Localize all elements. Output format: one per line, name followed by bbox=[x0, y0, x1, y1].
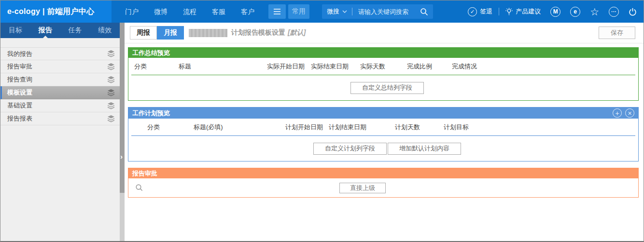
app-logo: e-cology | 前端用户中心 bbox=[0, 0, 112, 23]
work-summary-panel: 工作总结预览 分类 标题 实际开始日期 实际结束日期 实际天数 完成比例 完成情… bbox=[128, 47, 639, 101]
report-approval-body: 直接上级 bbox=[128, 178, 638, 197]
lightbulb-icon bbox=[505, 8, 513, 15]
content-body: 工作总结预览 分类 标题 实际开始日期 实际结束日期 实际天数 完成比例 完成情… bbox=[125, 43, 644, 204]
sidebar-item-template-settings[interactable]: 模板设置 bbox=[0, 86, 120, 99]
layers-icon bbox=[107, 50, 115, 57]
top-nav: 门户 微博 流程 客服 客户 bbox=[117, 0, 262, 23]
work-plan-actions: 自定义计划列字段 增加默认计划内容 bbox=[128, 136, 638, 161]
close-circle-icon[interactable]: × bbox=[625, 108, 634, 118]
e-message-icon[interactable]: e bbox=[570, 7, 580, 17]
top-bar: e-cology | 前端用户中心 门户 微博 流程 客服 客户 常用 微搜 bbox=[0, 0, 644, 23]
sidebar-tabs: 目标 报告 任务 绩效 bbox=[0, 23, 120, 38]
sidebar-item-my-reports[interactable]: 我的报告 bbox=[0, 47, 120, 60]
layers-icon bbox=[107, 102, 115, 109]
approver-search-icon[interactable] bbox=[135, 184, 143, 192]
sidebar-item-label: 报告报表 bbox=[7, 114, 32, 123]
layers-icon bbox=[107, 76, 115, 83]
report-approval-panel: 报告审批 直接上级 bbox=[128, 168, 639, 198]
layers-icon bbox=[107, 89, 115, 96]
signout-label: 签退 bbox=[480, 7, 492, 16]
customize-summary-columns-button[interactable]: 自定义总结列字段 bbox=[350, 82, 424, 94]
work-plan-columns: 分类 标题(必填) 计划开始日期 计划结束日期 计划天数 计划目标 bbox=[128, 119, 638, 136]
layers-icon bbox=[107, 115, 115, 122]
favorites-star-icon[interactable]: ☆ bbox=[590, 7, 599, 17]
sidebar-tab-performance[interactable]: 绩效 bbox=[97, 23, 112, 38]
work-plan-panel: 工作计划预览 + × 分类 标题(必填) 计划开始日期 计划结束日期 计划天数 … bbox=[128, 107, 639, 161]
hamburger-icon bbox=[273, 9, 281, 14]
main-content: 周报 月报 计划报告模板设置 [默认] 保存 工作总结预览 分类 标 bbox=[125, 23, 644, 241]
product-suggest-button[interactable]: 产品建议 bbox=[505, 7, 541, 16]
sidebar-item-label: 我的报告 bbox=[7, 50, 32, 58]
topbar-right: ✓ 签退 产品建议 M e ☆ ··· bbox=[468, 7, 637, 17]
sidebar-item-basic-settings[interactable]: 基础设置 bbox=[0, 99, 120, 112]
m-app-icon[interactable]: M bbox=[550, 7, 560, 17]
more-options-icon[interactable]: ··· bbox=[609, 7, 619, 17]
content-header: 周报 月报 计划报告模板设置 [默认] 保存 bbox=[125, 23, 644, 43]
sidebar-item-report-approval[interactable]: 报告审批 bbox=[0, 60, 120, 73]
layers-icon bbox=[107, 63, 115, 70]
work-summary-columns: 分类 标题 实际开始日期 实际结束日期 实际天数 完成比例 完成情况 bbox=[128, 58, 638, 75]
column-actual-start: 实际开始日期 bbox=[267, 62, 305, 71]
page-title-text: 计划报告模板设置 bbox=[231, 28, 285, 37]
work-plan-header: 工作计划预览 + × bbox=[128, 108, 638, 119]
sidebar-tab-goals[interactable]: 目标 bbox=[8, 23, 23, 38]
page-title: 计划报告模板设置 [默认] bbox=[231, 28, 306, 37]
collapse-arrow-icon[interactable]: › bbox=[120, 153, 123, 160]
work-summary-actions: 自定义总结列字段 bbox=[128, 75, 638, 100]
sidebar-menu: 我的报告 报告审批 报告查询 模板设置 基础设置 bbox=[0, 47, 120, 125]
tab-monthly-report[interactable]: 月报 bbox=[157, 26, 184, 40]
app-window: e-cology | 前端用户中心 门户 微博 流程 客服 客户 常用 微搜 bbox=[0, 0, 644, 242]
column-category: 分类 bbox=[147, 123, 160, 132]
column-category: 分类 bbox=[134, 62, 147, 71]
save-button[interactable]: 保存 bbox=[599, 27, 635, 39]
product-suggest-label: 产品建议 bbox=[516, 7, 541, 16]
sidebar-item-label: 模板设置 bbox=[7, 88, 32, 97]
report-approval-title: 报告审批 bbox=[132, 169, 157, 178]
sidebar-item-report-statements[interactable]: 报告报表 bbox=[0, 112, 120, 125]
sidebar-tab-tasks[interactable]: 任务 bbox=[67, 23, 83, 38]
topnav-item-portal[interactable]: 门户 bbox=[117, 0, 146, 23]
signout-button[interactable]: ✓ 签退 bbox=[468, 7, 492, 16]
work-summary-title: 工作总结预览 bbox=[132, 49, 170, 57]
sidebar-tab-reports[interactable]: 报告 bbox=[38, 23, 53, 38]
quick-menu-button[interactable]: 常用 bbox=[288, 4, 309, 19]
customize-plan-columns-button[interactable]: 自定义计划列字段 bbox=[313, 143, 387, 155]
sidebar-item-label: 基础设置 bbox=[7, 101, 32, 110]
redacted-label bbox=[189, 29, 227, 37]
column-plan-start: 计划开始日期 bbox=[285, 123, 323, 132]
search-scope-dropdown[interactable]: 微搜 bbox=[327, 7, 347, 16]
search-input[interactable] bbox=[357, 8, 418, 16]
topnav-item-service[interactable]: 客服 bbox=[204, 0, 233, 23]
column-actual-end: 实际结束日期 bbox=[311, 62, 349, 71]
sidebar-item-label: 报告查询 bbox=[7, 75, 32, 84]
search-icon[interactable] bbox=[420, 8, 428, 16]
sidebar-splitter[interactable]: › bbox=[120, 23, 125, 241]
topnav-item-workflow[interactable]: 流程 bbox=[175, 0, 204, 23]
sidebar-item-label: 报告审批 bbox=[7, 62, 32, 71]
add-circle-icon[interactable]: + bbox=[613, 108, 622, 118]
global-search: 微搜 bbox=[322, 4, 433, 19]
hamburger-menu-button[interactable] bbox=[268, 4, 286, 19]
column-completion-ratio: 完成比例 bbox=[407, 62, 432, 71]
work-summary-header: 工作总结预览 bbox=[128, 48, 638, 58]
topnav-item-customer[interactable]: 客户 bbox=[233, 0, 262, 23]
column-completion-status: 完成情况 bbox=[452, 62, 477, 71]
tab-weekly-report[interactable]: 周报 bbox=[130, 26, 157, 40]
column-title-required: 标题(必填) bbox=[194, 123, 223, 132]
sidebar-item-report-query[interactable]: 报告查询 bbox=[0, 73, 120, 86]
search-scope-label: 微搜 bbox=[327, 7, 339, 16]
page-title-suffix: [默认] bbox=[288, 28, 306, 37]
column-plan-goal: 计划目标 bbox=[444, 123, 469, 132]
add-default-plan-button[interactable]: 增加默认计划内容 bbox=[388, 143, 461, 155]
column-plan-days: 计划天数 bbox=[395, 123, 420, 132]
search-divider bbox=[352, 8, 352, 15]
check-circle-icon: ✓ bbox=[468, 7, 477, 16]
column-title: 标题 bbox=[179, 62, 191, 71]
topnav-item-weibo[interactable]: 微博 bbox=[146, 0, 175, 23]
power-icon[interactable] bbox=[629, 8, 637, 16]
sidebar: 目标 报告 任务 绩效 我的报告 报告审批 报告查询 bbox=[0, 23, 120, 241]
topbar-divider bbox=[499, 8, 499, 15]
work-plan-title: 工作计划预览 bbox=[132, 109, 170, 118]
direct-supervisor-button[interactable]: 直接上级 bbox=[339, 183, 386, 193]
report-approval-header: 报告审批 bbox=[128, 168, 638, 178]
